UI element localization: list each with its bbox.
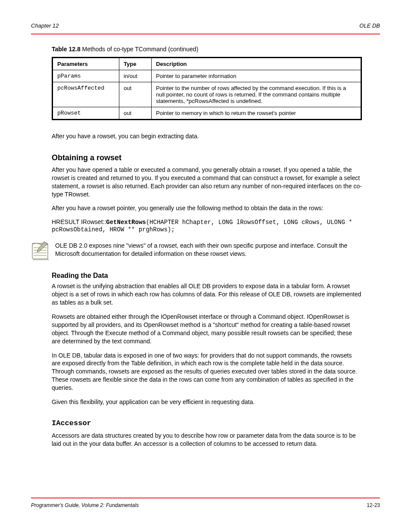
footer-right: 12-23	[367, 502, 380, 508]
param-name: pParams	[53, 70, 119, 82]
table-caption-prefix: Table 12.8	[52, 46, 81, 53]
param-type: in/out	[119, 70, 152, 82]
post-table-paragraph: After you have a rowset, you can begin e…	[52, 132, 362, 140]
reading-p4: Given this flexibility, your application…	[52, 398, 362, 406]
header-chapter: Chapter 12	[31, 22, 59, 29]
param-desc: Pointer to memory in which to return the…	[152, 107, 361, 120]
rowset-p2: After you have a rowset pointer, you gen…	[52, 204, 362, 212]
footer-left: Programmer's Guide, Volume 2: Fundamenta…	[31, 502, 139, 508]
table-row: pParams in/out Pointer to parameter info…	[53, 70, 361, 82]
reading-p2: Rowsets are obtained either through the …	[52, 313, 362, 345]
col-header-description: Description	[152, 58, 361, 70]
param-name: pRowset	[53, 107, 119, 120]
table-row: pRowset out Pointer to memory in which t…	[53, 107, 361, 120]
table-header-row: Parameters Type Description	[53, 58, 361, 70]
svg-rect-5	[33, 259, 49, 260]
table-caption-text: Methods of co-type TCommand (continued)	[82, 46, 199, 53]
sub-reading-data-title: Reading the Data	[52, 272, 380, 280]
iaccessor-interface-name: IAccessor	[52, 419, 380, 427]
table-row: pcRowsAffected out Pointer to the number…	[53, 82, 361, 107]
method-scope: HRESULT IRowset::	[52, 218, 106, 225]
header-subject: OLE DB	[359, 22, 380, 29]
param-type: out	[119, 107, 152, 120]
header-rule	[31, 34, 380, 34]
col-header-parameters: Parameters	[53, 58, 119, 70]
col-header-type: Type	[119, 58, 152, 70]
method-getnextrows-prototype: HRESULT IRowset::GetNextRows(HCHAPTER hC…	[52, 218, 362, 233]
param-desc: Pointer to parameter information	[152, 70, 361, 82]
footer-rule	[31, 498, 380, 498]
tcommand-methods-table: Parameters Type Description pParams in/o…	[52, 57, 362, 120]
iaccessor-p1: Accessors are data structures created by…	[52, 432, 362, 448]
param-name: pcRowsAffected	[53, 82, 119, 107]
param-type: out	[119, 82, 152, 107]
notepad-icon	[31, 241, 50, 261]
note-text: OLE DB 2.0 exposes nine "views" of a row…	[55, 241, 362, 258]
param-desc: Pointer to the number of rows affected b…	[152, 82, 361, 107]
reading-p3: In OLE DB, tabular data is exposed in on…	[52, 352, 362, 392]
section-obtaining-rowset-title: Obtaining a rowset	[52, 153, 380, 162]
table-caption: Table 12.8 Methods of co-type TCommand (…	[52, 46, 380, 53]
svg-rect-0	[32, 243, 48, 259]
method-name: GetNextRows	[106, 219, 146, 226]
note-block: OLE DB 2.0 exposes nine "views" of a row…	[31, 241, 362, 261]
reading-p1: A rowset is the unifying abstraction tha…	[52, 282, 362, 307]
rowset-p1: After you have opened a table or execute…	[52, 166, 362, 199]
